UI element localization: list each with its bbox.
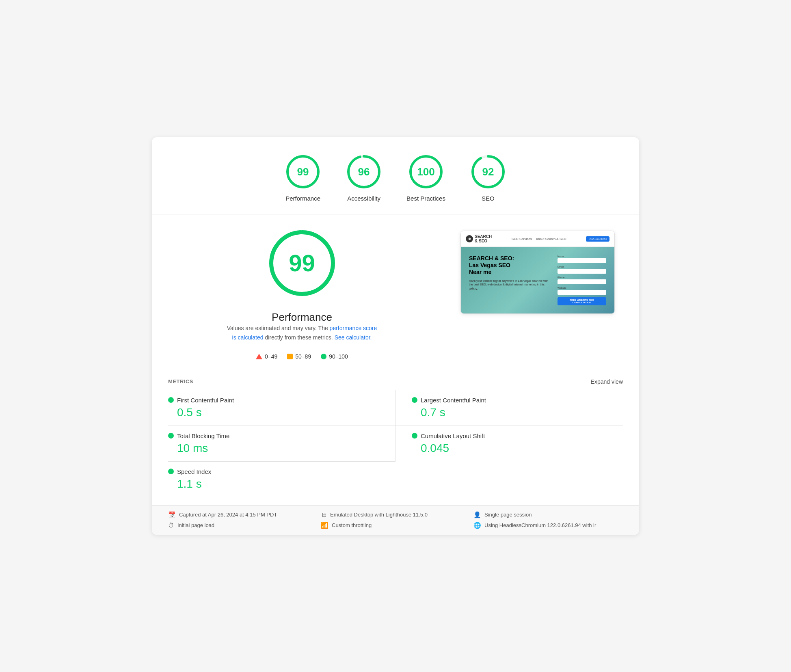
description-suffix: directly from these metrics. <box>264 334 335 341</box>
preview-form-input-name <box>558 258 606 263</box>
preview-hero-desc: Rank your website higher anywhere in Las… <box>469 279 553 291</box>
legend-orange-range: 50–89 <box>295 353 311 360</box>
preview-nav: ⊕ SEARCH& SEO SEO Services About Search … <box>461 231 614 247</box>
calendar-icon: 📅 <box>168 511 176 519</box>
page-footer: 📅 Captured at Apr 26, 2024 at 4:15 PM PD… <box>152 505 639 535</box>
metric-si-name-row: Speed Index <box>168 468 379 475</box>
preview-form-website: Website <box>558 287 606 295</box>
metric-lcp-value: 0.7 s <box>412 406 623 419</box>
metric-lcp-name-row: Largest Contentful Paint <box>412 397 623 404</box>
legend-orange: 50–89 <box>287 353 311 360</box>
score-circle-seo: 92 <box>470 153 506 190</box>
score-label-performance: Performance <box>285 195 320 202</box>
preview-form-label-name: Name <box>558 255 606 257</box>
score-label-accessibility: Accessibility <box>347 195 380 202</box>
score-number-seo: 92 <box>482 166 494 178</box>
metrics-header: METRICS Expand view <box>168 372 623 390</box>
preview-form-label-phone: Phone <box>558 276 606 279</box>
metric-tbt: Total Blocking Time 10 ms <box>168 426 396 461</box>
score-item-best-practices[interactable]: 100 Best Practices <box>406 153 445 202</box>
metric-si: Speed Index 1.1 s <box>168 461 396 497</box>
legend-red: 0–49 <box>256 353 277 360</box>
footer-initial: ⏱ Initial page load <box>168 522 318 529</box>
browser-icon: 🌐 <box>473 522 481 529</box>
expand-view-button[interactable]: Expand view <box>591 378 623 385</box>
preview-form-email: Email <box>558 266 606 274</box>
user-icon: 👤 <box>473 511 481 519</box>
preview-nav-link1: SEO Services <box>512 237 532 241</box>
footer-throttling-text: Custom throttling <box>332 522 372 528</box>
footer-session-text: Single page session <box>484 512 532 518</box>
metrics-title: METRICS <box>168 378 193 385</box>
score-number-performance: 99 <box>297 166 309 178</box>
preview-form: Name Email Phone Website <box>558 255 606 305</box>
metrics-section: METRICS Expand view First Contentful Pai… <box>152 372 639 505</box>
big-performance-label: Performance <box>272 311 332 324</box>
metric-si-dot <box>168 469 174 474</box>
preview-form-input-website <box>558 290 606 295</box>
metric-fcp: First Contentful Paint 0.5 s <box>168 390 396 426</box>
preview-nav-link2: About Search & SEO <box>536 237 566 241</box>
metric-fcp-name-row: First Contentful Paint <box>168 397 379 404</box>
preview-logo-text: SEARCH& SEO <box>475 234 492 243</box>
right-panel: ⊕ SEARCH& SEO SEO Services About Search … <box>444 227 615 314</box>
metric-fcp-value: 0.5 s <box>168 406 379 419</box>
preview-form-label-website: Website <box>558 287 606 289</box>
preview-hero: SEARCH & SEO:Las Vegas SEONear me Rank y… <box>461 247 614 313</box>
score-label-seo: SEO <box>482 195 495 202</box>
website-preview: ⊕ SEARCH& SEO SEO Services About Search … <box>460 231 615 314</box>
metric-cls-value: 0.045 <box>412 442 623 455</box>
metric-lcp: Largest Contentful Paint 0.7 s <box>396 390 623 426</box>
preview-cta-button[interactable]: 702-349-0053 <box>586 236 609 242</box>
score-legend: 0–49 50–89 90–100 <box>256 353 348 360</box>
big-circle-inner: 99 <box>289 251 315 275</box>
throttling-icon: 📶 <box>321 522 329 529</box>
preview-form-label-email: Email <box>558 266 606 268</box>
score-item-performance[interactable]: 99 Performance <box>285 153 321 202</box>
preview-form-submit[interactable]: FREE WEBSITE SEO CONSULTATION <box>558 297 606 305</box>
footer-throttling: 📶 Custom throttling <box>321 522 470 529</box>
footer-captured-text: Captured at Apr 26, 2024 at 4:15 PM PDT <box>179 512 277 518</box>
metric-lcp-dot <box>412 397 417 403</box>
legend-green: 90–100 <box>321 353 348 360</box>
metric-fcp-name: First Contentful Paint <box>177 397 234 404</box>
footer-initial-text: Initial page load <box>177 522 214 528</box>
main-card: 99 Performance 96 Accessibility <box>152 137 639 535</box>
performance-description: Values are estimated and may vary. The p… <box>225 324 379 342</box>
orange-square-icon <box>287 354 293 359</box>
big-performance-circle: 99 <box>266 227 339 300</box>
legend-green-range: 90–100 <box>329 353 348 360</box>
score-number-accessibility: 96 <box>358 166 370 178</box>
metric-fcp-dot <box>168 397 174 403</box>
score-number-best-practices: 100 <box>417 166 434 178</box>
footer-emulated: 🖥 Emulated Desktop with Lighthouse 11.5.… <box>321 511 470 519</box>
score-circle-performance: 99 <box>285 153 321 190</box>
preview-form-name: Name <box>558 255 606 263</box>
metric-cls-dot <box>412 433 417 439</box>
preview-form-input-phone <box>558 279 606 284</box>
preview-hero-title: SEARCH & SEO:Las Vegas SEONear me <box>469 255 553 275</box>
score-item-accessibility[interactable]: 96 Accessibility <box>346 153 382 202</box>
metric-cls-name-row: Cumulative Layout Shift <box>412 432 623 439</box>
score-label-best-practices: Best Practices <box>406 195 445 202</box>
score-item-seo[interactable]: 92 SEO <box>470 153 506 202</box>
footer-browser: 🌐 Using HeadlessChromium 122.0.6261.94 w… <box>473 522 623 529</box>
preview-hero-text: SEARCH & SEO:Las Vegas SEONear me Rank y… <box>469 255 553 305</box>
big-performance-number: 99 <box>289 251 315 275</box>
metric-tbt-value: 10 ms <box>168 442 379 455</box>
footer-emulated-text: Emulated Desktop with Lighthouse 11.5.0 <box>330 512 428 518</box>
scores-row: 99 Performance 96 Accessibility <box>152 137 639 214</box>
metric-tbt-name: Total Blocking Time <box>177 432 229 439</box>
footer-session: 👤 Single page session <box>473 511 623 519</box>
left-panel: 99 Performance Values are estimated and … <box>176 227 444 360</box>
desktop-icon: 🖥 <box>321 511 327 518</box>
calculator-link[interactable]: See calculator. <box>335 334 372 341</box>
preview-nav-links: SEO Services About Search & SEO <box>512 237 566 241</box>
metric-cls-name: Cumulative Layout Shift <box>421 432 485 439</box>
metric-cls: Cumulative Layout Shift 0.045 <box>396 426 623 461</box>
score-circle-accessibility: 96 <box>346 153 382 190</box>
metric-si-name: Speed Index <box>177 468 211 475</box>
metric-si-value: 1.1 s <box>168 478 379 490</box>
metric-tbt-dot <box>168 433 174 439</box>
metrics-grid: First Contentful Paint 0.5 s Largest Con… <box>168 390 623 497</box>
